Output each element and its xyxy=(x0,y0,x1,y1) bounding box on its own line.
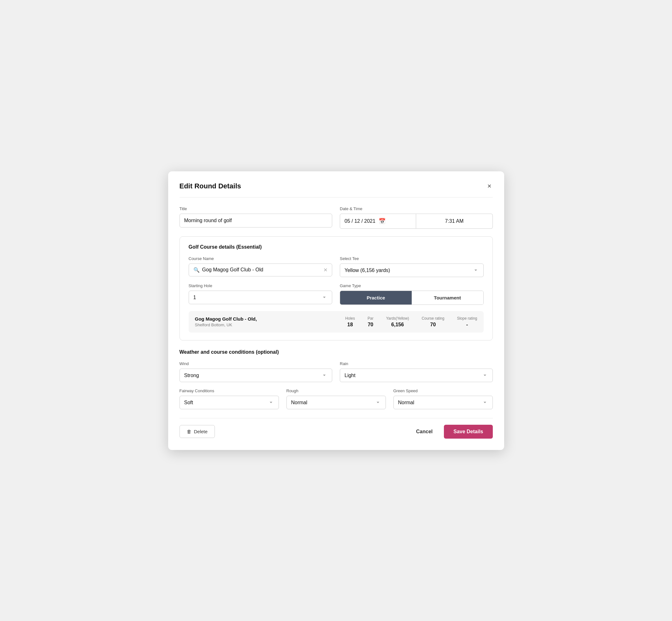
course-info-location: Shelford Bottom, UK xyxy=(195,323,333,327)
search-icon: 🔍 xyxy=(194,267,200,273)
starting-hole-group: Starting Hole 1 10 xyxy=(189,283,333,305)
rain-label: Rain xyxy=(340,361,493,366)
course-tee-row: Course Name 🔍 ✕ Select Tee Yellow (6,156… xyxy=(189,256,484,277)
tournament-toggle-button[interactable]: Tournament xyxy=(412,291,483,304)
game-type-toggle: Practice Tournament xyxy=(340,291,484,305)
yards-stat: Yards(Yellow) 6,156 xyxy=(386,316,409,328)
rain-group: Rain None Light Moderate Heavy xyxy=(340,361,493,382)
course-rating-value: 70 xyxy=(421,322,444,328)
par-label: Par xyxy=(368,316,374,321)
course-name-group: Course Name 🔍 ✕ xyxy=(189,256,333,277)
green-speed-label: Green Speed xyxy=(393,388,493,393)
date-field[interactable]: 05 / 12 / 2021 📅 xyxy=(340,214,416,229)
course-rating-stat: Course rating 70 xyxy=(421,316,444,328)
title-field-group: Title xyxy=(179,206,333,229)
course-info-name-text: Gog Magog Golf Club - Old, xyxy=(195,316,333,322)
par-value: 70 xyxy=(368,322,374,328)
par-stat: Par 70 xyxy=(368,316,374,328)
starting-hole-dropdown[interactable]: 1 10 xyxy=(189,291,333,304)
practice-toggle-button[interactable]: Practice xyxy=(340,291,412,304)
holes-label: Holes xyxy=(345,316,355,321)
weather-section: Weather and course conditions (optional)… xyxy=(179,349,493,409)
slope-rating-label: Slope rating xyxy=(457,316,477,321)
course-search-field[interactable]: 🔍 ✕ xyxy=(189,263,333,277)
cancel-button[interactable]: Cancel xyxy=(411,426,437,438)
green-speed-dropdown[interactable]: Slow Normal Fast xyxy=(393,396,493,409)
title-label: Title xyxy=(179,206,333,211)
course-name-label: Course Name xyxy=(189,256,333,261)
golf-section-title: Golf Course details (Essential) xyxy=(189,244,484,250)
course-name-input[interactable] xyxy=(202,267,321,273)
fairway-group: Fairway Conditions Soft Normal Hard xyxy=(179,388,279,409)
edit-round-modal: Edit Round Details × Title Date & Time 0… xyxy=(168,171,504,450)
wind-group: Wind None Light Moderate Strong xyxy=(179,361,333,382)
time-value: 7:31 AM xyxy=(445,218,464,224)
datetime-field-group: Date & Time 05 / 12 / 2021 📅 7:31 AM xyxy=(340,206,493,229)
fairway-label: Fairway Conditions xyxy=(179,388,279,393)
holes-value: 18 xyxy=(345,322,355,328)
datetime-label: Date & Time xyxy=(340,206,493,211)
delete-label: Delete xyxy=(194,429,208,434)
delete-button[interactable]: 🗑 Delete xyxy=(179,425,215,438)
modal-footer: 🗑 Delete Cancel Save Details xyxy=(179,418,493,439)
clear-icon[interactable]: ✕ xyxy=(323,267,328,273)
rough-group: Rough Soft Normal Hard xyxy=(287,388,386,409)
save-button[interactable]: Save Details xyxy=(444,425,493,439)
modal-title: Edit Round Details xyxy=(179,182,241,190)
rough-label: Rough xyxy=(287,388,386,393)
starting-hole-label: Starting Hole xyxy=(189,283,333,288)
wind-rain-row: Wind None Light Moderate Strong Rain Non… xyxy=(179,361,493,382)
modal-header: Edit Round Details × xyxy=(179,181,493,198)
date-value: 05 / 12 / 2021 xyxy=(344,218,375,224)
select-tee-dropdown[interactable]: Yellow (6,156 yards) White Red Blue xyxy=(340,263,484,277)
yards-value: 6,156 xyxy=(386,322,409,328)
date-time-row: 05 / 12 / 2021 📅 7:31 AM xyxy=(340,214,493,229)
calendar-icon: 📅 xyxy=(379,218,385,225)
game-type-label: Game Type xyxy=(340,283,484,288)
slope-rating-stat: Slope rating - xyxy=(457,316,477,328)
golf-course-section: Golf Course details (Essential) Course N… xyxy=(179,236,493,340)
course-info-row: Gog Magog Golf Club - Old, Shelford Bott… xyxy=(189,311,484,333)
hole-gametype-row: Starting Hole 1 10 Game Type Practice To… xyxy=(189,283,484,305)
trash-icon: 🗑 xyxy=(187,429,192,434)
fairway-dropdown[interactable]: Soft Normal Hard xyxy=(179,396,279,409)
footer-right: Cancel Save Details xyxy=(411,425,493,439)
close-button[interactable]: × xyxy=(486,181,493,191)
rough-dropdown[interactable]: Soft Normal Hard xyxy=(287,396,386,409)
top-row: Title Date & Time 05 / 12 / 2021 📅 7:31 … xyxy=(179,206,493,229)
slope-rating-value: - xyxy=(457,322,477,328)
holes-stat: Holes 18 xyxy=(345,316,355,328)
title-input[interactable] xyxy=(179,214,333,227)
wind-dropdown[interactable]: None Light Moderate Strong xyxy=(179,369,333,382)
select-tee-label: Select Tee xyxy=(340,256,484,261)
time-field[interactable]: 7:31 AM xyxy=(416,214,493,229)
wind-label: Wind xyxy=(179,361,333,366)
course-info-name: Gog Magog Golf Club - Old, Shelford Bott… xyxy=(195,316,333,327)
game-type-group: Game Type Practice Tournament xyxy=(340,283,484,305)
conditions-row: Fairway Conditions Soft Normal Hard Roug… xyxy=(179,388,493,409)
rain-dropdown[interactable]: None Light Moderate Heavy xyxy=(340,369,493,382)
course-rating-label: Course rating xyxy=(421,316,444,321)
weather-section-title: Weather and course conditions (optional) xyxy=(179,349,493,355)
select-tee-group: Select Tee Yellow (6,156 yards) White Re… xyxy=(340,256,484,277)
yards-label: Yards(Yellow) xyxy=(386,316,409,321)
green-speed-group: Green Speed Slow Normal Fast xyxy=(393,388,493,409)
